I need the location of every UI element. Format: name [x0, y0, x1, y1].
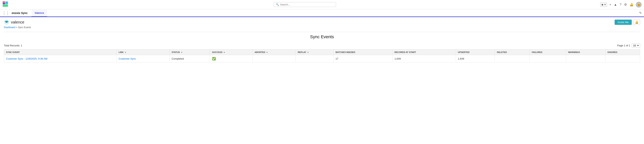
col-failures-label: FAILURES	[532, 51, 542, 53]
breadcrumb-parent-link[interactable]: Dashboard	[4, 26, 16, 29]
col-aborted-label: ABORTED	[255, 51, 265, 53]
breadcrumb: Dashboard > Sync Events	[4, 26, 640, 29]
col-deleted-label: DELETED	[497, 51, 507, 53]
svg-point-5	[6, 21, 8, 23]
col-upserted: UPSERTED	[456, 50, 495, 55]
col-replay-label: REPLAY	[298, 51, 306, 53]
cell-sync-event[interactable]: Customer Sync : 1/29/2025, 9:36 AM	[4, 55, 116, 63]
grid-icon[interactable]: ⋮⋮	[2, 11, 9, 15]
aborted-sort-icon: ▼	[266, 51, 268, 53]
svg-rect-3	[3, 5, 8, 7]
page-indicator: Page 1 of 1	[617, 44, 630, 47]
chevron-down-icon: ▼	[604, 3, 606, 6]
col-ignores: IGNORES	[606, 50, 640, 55]
main-content: valence Guide Me 🔔 Dashboard > Sync Even…	[0, 17, 644, 65]
tab-valence[interactable]: Valence	[32, 10, 47, 17]
col-success-label: SUCCESS	[212, 51, 222, 53]
replay-sort-icon: ▼	[307, 51, 309, 53]
cell-link[interactable]: Customer Sync	[116, 55, 170, 63]
col-sync-event: SYNC EVENT	[4, 50, 116, 55]
top-nav-bar: 🔍 ★ ▼ + ▲ ? ⚙ 🔔 🐱	[0, 0, 644, 9]
header-divider	[4, 32, 640, 32]
bell-icon[interactable]: 🔔	[629, 2, 634, 7]
table-body: Customer Sync : 1/29/2025, 9:36 AM Custo…	[4, 55, 640, 63]
app-name: enosix Sync	[12, 11, 28, 14]
col-warnings: WARNINGS	[566, 50, 606, 55]
cell-warnings	[566, 55, 606, 63]
svg-rect-0	[3, 1, 5, 3]
total-records: Total Records: 1	[4, 44, 22, 47]
table-header-row: SYNC EVENT LINK ▼ STATUS ▼ SUCCESS ▼ ABO…	[4, 50, 640, 55]
cell-ignores	[606, 55, 640, 63]
col-link[interactable]: LINK ▼	[116, 50, 170, 55]
search-bar: 🔍	[11, 2, 599, 7]
star-icon: ★	[601, 3, 604, 6]
col-batches-needed: BATCHES NEEDED	[334, 50, 392, 55]
app-logo	[2, 1, 9, 8]
valence-title: valence	[11, 20, 24, 24]
settings-icon[interactable]: ⚙	[624, 2, 627, 7]
col-records-at-start-label: RECORDS AT START	[394, 51, 416, 53]
cell-upserted: 1,649	[456, 55, 495, 63]
table-controls: Total Records: 1 Page 1 of 1 10 25 50	[4, 43, 640, 48]
cell-success: ✅	[210, 55, 252, 63]
col-success[interactable]: SUCCESS ▼	[210, 50, 252, 55]
top-nav-actions: ★ ▼ + ▲ ? ⚙ 🔔 🐱	[600, 2, 642, 7]
col-status-label: STATUS	[172, 51, 180, 53]
col-deleted: DELETED	[495, 50, 530, 55]
sync-event-link[interactable]: Customer Sync : 1/29/2025, 9:36 AM	[6, 57, 47, 60]
edit-icon[interactable]: ✎	[639, 11, 642, 15]
table-header: SYNC EVENT LINK ▼ STATUS ▼ SUCCESS ▼ ABO…	[4, 50, 640, 55]
col-status[interactable]: STATUS ▼	[170, 50, 210, 55]
link-value-link[interactable]: Customer Sync	[118, 57, 136, 60]
valence-header: valence Guide Me 🔔	[4, 19, 640, 25]
col-failures: FAILURES	[530, 50, 566, 55]
tab-valence-label: Valence	[35, 11, 44, 14]
cell-failures	[530, 55, 566, 63]
user-avatar[interactable]: 🐱	[636, 2, 642, 7]
notification-bell-button[interactable]: 🔔	[633, 19, 640, 25]
breadcrumb-current: Sync Events	[18, 26, 31, 29]
col-records-at-start: RECORDS AT START	[392, 50, 456, 55]
favorites-button[interactable]: ★ ▼	[600, 2, 607, 7]
col-ignores-label: IGNORES	[608, 51, 617, 53]
upload-icon[interactable]: ▲	[614, 2, 617, 7]
svg-rect-1	[3, 3, 5, 4]
col-warnings-label: WARNINGS	[568, 51, 580, 53]
page-size-select[interactable]: 10 25 50	[632, 43, 640, 48]
cell-batches-needed: 17	[334, 55, 392, 63]
sync-events-table: SYNC EVENT LINK ▼ STATUS ▼ SUCCESS ▼ ABO…	[4, 49, 640, 63]
col-link-label: LINK	[118, 51, 124, 53]
guide-me-button[interactable]: Guide Me	[614, 20, 632, 25]
search-icon: 🔍	[276, 3, 279, 6]
app-tab-bar: ⋮⋮ enosix Sync Valence ✎	[0, 9, 644, 17]
table-row: Customer Sync : 1/29/2025, 9:36 AM Custo…	[4, 55, 640, 63]
cell-replay	[296, 55, 334, 63]
cell-aborted	[252, 55, 296, 63]
svg-rect-2	[6, 1, 8, 4]
col-batches-needed-label: BATCHES NEEDED	[336, 51, 355, 53]
avatar-image: 🐱	[637, 3, 640, 6]
header-actions: Guide Me 🔔	[614, 19, 640, 25]
cell-records-at-start: 1,649	[392, 55, 456, 63]
cell-status: Completed	[170, 55, 210, 63]
add-button[interactable]: +	[609, 2, 612, 7]
col-replay[interactable]: REPLAY ▼	[296, 50, 334, 55]
breadcrumb-separator: >	[16, 26, 18, 29]
search-input-wrap[interactable]: 🔍	[274, 2, 336, 7]
search-input[interactable]	[280, 3, 334, 6]
link-sort-icon: ▼	[124, 51, 126, 53]
valence-logo-icon	[4, 19, 9, 25]
valence-brand: valence	[4, 19, 24, 25]
success-sort-icon: ▼	[224, 51, 225, 53]
success-checkmark-icon: ✅	[212, 57, 216, 60]
status-sort-icon: ▼	[181, 51, 182, 53]
col-aborted[interactable]: ABORTED ▼	[252, 50, 296, 55]
col-upserted-label: UPSERTED	[458, 51, 470, 53]
page-title: Sync Events	[4, 34, 640, 39]
help-icon[interactable]: ?	[619, 2, 622, 7]
cell-deleted	[495, 55, 530, 63]
col-sync-event-label: SYNC EVENT	[6, 51, 20, 53]
pagination: Page 1 of 1 10 25 50	[617, 43, 640, 48]
